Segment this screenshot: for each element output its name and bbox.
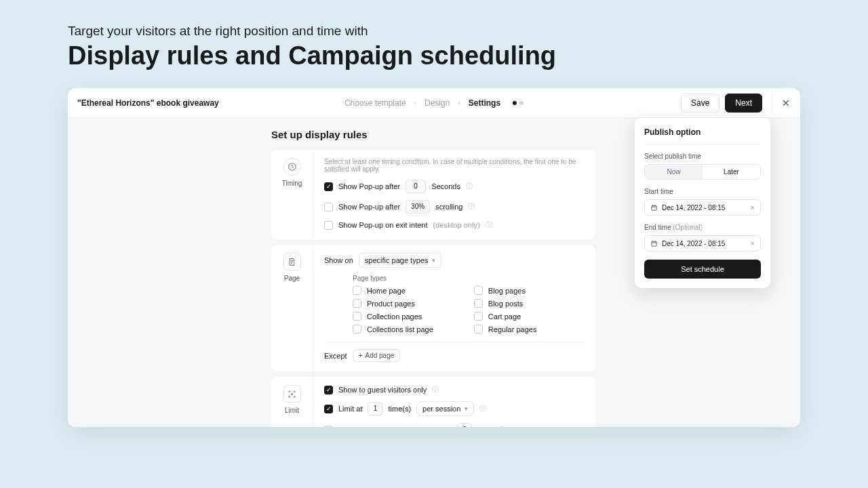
checkbox-after-seconds[interactable]: ✓	[324, 182, 333, 191]
app-window: "Ethereal Horizons" ebook giveaway Choos…	[68, 88, 800, 427]
publish-title: Publish option	[644, 127, 761, 137]
focus-icon	[283, 385, 301, 403]
svg-rect-2	[652, 205, 656, 210]
info-icon[interactable]: ⓘ	[468, 202, 475, 211]
limit-card: Limit ✓ Show to guest visitors only ⓘ ✓ …	[271, 377, 595, 427]
step-choose-template[interactable]: Choose template	[344, 98, 406, 108]
timing-label: Timing	[282, 180, 302, 187]
after-scroll-label: Show Pop-up after	[338, 203, 400, 211]
set-schedule-button[interactable]: Set schedule	[644, 260, 761, 279]
calendar-icon	[650, 240, 658, 247]
limit-label: Limit	[285, 407, 299, 414]
step-design[interactable]: Design	[425, 98, 450, 108]
start-time-input[interactable]: Dec 14, 2022 - 08:15 ×	[644, 199, 761, 216]
publish-time-segment: Now Later	[644, 164, 761, 180]
auto-reset-label: Auto-reset impression count every	[338, 426, 452, 427]
show-on-select[interactable]: specific page types ▾	[359, 253, 442, 268]
reset-days-input[interactable]: 3	[457, 423, 472, 427]
hero-title: Display rules and Campaign scheduling	[68, 41, 800, 70]
save-button[interactable]: Save	[681, 94, 719, 113]
checkbox-page-type[interactable]	[474, 286, 483, 295]
checkbox-limit-at[interactable]: ✓	[324, 405, 333, 413]
show-on-label: Show on	[324, 256, 353, 264]
timing-card: Timing Select at least one timing condit…	[271, 150, 595, 239]
checkbox-page-type[interactable]	[353, 286, 361, 295]
end-time-input[interactable]: Dec 14, 2022 - 08:15 ×	[644, 235, 761, 251]
svg-point-1	[291, 393, 292, 394]
after-seconds-label: Show Pop-up after	[338, 182, 400, 190]
step-settings[interactable]: Settings	[469, 98, 500, 108]
seconds-unit: Seconds	[431, 182, 460, 190]
scroll-unit: scrolling	[435, 203, 462, 211]
checkbox-page-type[interactable]	[353, 299, 361, 308]
chevron-right-icon: ›	[458, 99, 460, 106]
guest-only-label: Show to guest visitors only	[338, 386, 427, 394]
select-publish-time-label: Select publish time	[644, 152, 761, 160]
checkbox-page-type[interactable]	[474, 312, 483, 321]
exit-intent-label: Show Pop-up on exit intent	[338, 221, 427, 229]
chevron-down-icon: ▾	[432, 257, 435, 264]
start-time-label: Start time	[644, 188, 761, 195]
except-label: Except	[324, 352, 347, 360]
svg-rect-3	[652, 241, 656, 246]
times-label: time(s)	[388, 405, 411, 413]
checkbox-after-scroll[interactable]	[324, 203, 333, 211]
checkbox-page-type[interactable]	[474, 325, 483, 333]
segment-later[interactable]: Later	[703, 165, 760, 179]
chevron-right-icon: ›	[414, 99, 416, 106]
info-icon[interactable]: ⓘ	[432, 385, 439, 394]
info-icon[interactable]: ⓘ	[466, 182, 473, 191]
after-seconds-input[interactable]: 0	[406, 180, 426, 193]
plus-icon: +	[359, 352, 363, 359]
page-types-col-left: Home page Product pages Collection pages…	[353, 286, 433, 333]
info-icon[interactable]: ⓘ	[498, 425, 505, 427]
hero-subtitle: Target your visitors at the right positi…	[68, 24, 800, 39]
segment-now[interactable]: Now	[645, 165, 703, 179]
step-progress-dots	[513, 101, 524, 105]
clear-icon[interactable]: ×	[751, 239, 755, 247]
close-icon[interactable]: ✕	[772, 94, 791, 113]
page-icon	[283, 253, 301, 270]
next-button[interactable]: Next	[725, 94, 762, 113]
info-icon[interactable]: ⓘ	[479, 404, 486, 413]
topbar: "Ethereal Horizons" ebook giveaway Choos…	[68, 88, 800, 118]
checkbox-auto-reset[interactable]	[324, 426, 333, 428]
page-types-col-right: Blog pages Blog posts Cart page Regular …	[474, 286, 537, 333]
publish-panel: Publish option Select publish time Now L…	[635, 118, 770, 288]
end-time-label: End time (Optional)	[644, 224, 761, 231]
limit-scope-select[interactable]: per session ▾	[416, 401, 474, 416]
checkbox-exit-intent[interactable]	[324, 221, 333, 230]
clear-icon[interactable]: ×	[751, 203, 755, 211]
exit-intent-note: (desktop only)	[433, 221, 479, 229]
add-page-button[interactable]: + Add page	[353, 349, 401, 362]
info-icon[interactable]: ⓘ	[486, 220, 492, 230]
calendar-icon	[650, 204, 658, 211]
limit-at-label: Limit at	[338, 405, 362, 413]
days-unit: days	[477, 426, 493, 427]
page-card: Page Show on specific page types ▾ Page …	[271, 245, 595, 371]
campaign-name: "Ethereal Horizons" ebook giveaway	[77, 98, 219, 108]
clock-icon	[283, 158, 301, 176]
page-types-heading: Page types	[353, 274, 585, 282]
checkbox-guest-only[interactable]: ✓	[324, 386, 333, 394]
limit-count-input[interactable]: 1	[368, 402, 382, 415]
checkbox-page-type[interactable]	[353, 312, 361, 321]
checkbox-page-type[interactable]	[353, 325, 361, 333]
page-label: Page	[284, 274, 300, 282]
after-scroll-input[interactable]: 30%	[406, 200, 430, 214]
checkbox-page-type[interactable]	[474, 299, 483, 308]
timing-helper: Select at least one timing condition. In…	[324, 158, 585, 173]
chevron-down-icon: ▾	[465, 405, 468, 412]
wizard-steps: Choose template › Design › Settings	[344, 98, 524, 108]
